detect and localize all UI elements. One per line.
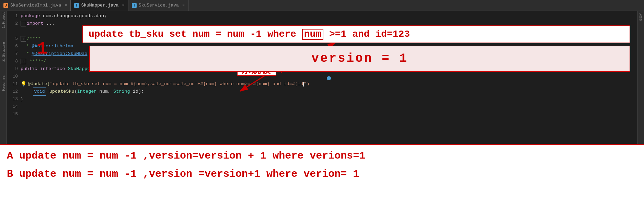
tab-label-skuservice: SkuService.java [139,3,179,8]
tab-bar: J SkuServiceImpl.java × I SkuMapper.java… [0,0,644,11]
code-line-15 [21,103,637,111]
side-label-structure: Z: Structure [1,42,5,61]
code-line-12: 💡 @Update( "update tb_sku set num = num-… [21,80,637,88]
main-area: 1: Project Z: Structure Favorites 1 2 5 … [0,11,644,144]
version-text: version = 1 [311,55,408,62]
num-box: num [302,29,323,40]
left-side-panel: 1: Project Z: Structure Favorites [0,11,7,144]
code-container: 1 2 5 6 7 8 9 10 11 12 13 14 15 package … [7,11,637,144]
bottom-line-a: A update num = num -1 ,version=version +… [7,148,637,164]
side-label-project: 1: Project [1,12,5,28]
line-numbers: 1 2 5 6 7 8 9 10 11 12 13 14 15 [7,11,21,144]
editor-area: 1 2 5 6 7 8 9 10 11 12 13 14 15 package … [7,11,637,144]
void-keyword: void [33,88,46,96]
side-label-favorites: Favorites [1,76,5,91]
tab-icon-skuservice: I [132,3,137,8]
tab-skuservice[interactable]: I SkuService.java × [128,0,188,11]
tab-close-skuserviceimpl[interactable]: × [65,3,67,8]
bottom-annotation-area: A update num = num -1 ,version=version +… [0,144,644,220]
bulb-icon: 💡 [21,80,26,88]
tab-label-skumapper: SkuMapper.java [81,3,118,8]
code-line-13: void updateSku ( Integer num, String id)… [21,88,637,95]
tab-label-skuserviceimpl: SkuServiceImpl.java [10,3,61,8]
tab-close-skuservice[interactable]: × [182,3,185,8]
right-side-panel: Sites [637,11,644,144]
tab-icon-skuserviceimpl: J [3,3,8,8]
sql-annotation-text: update tb_sku set num = num -1 where num… [89,29,410,40]
version-box: version = 1 [89,46,630,72]
bottom-line-b: B update num = num -1 ,version =version+… [7,166,637,182]
annotation-box-sql: update tb_sku set num = num -1 where num… [82,25,630,43]
code-lines: package com.changgou.goods.dao; - import… [21,11,637,144]
tab-close-skumapper[interactable]: × [122,3,125,8]
right-label: Sites [639,12,643,21]
code-line-1: package com.changgou.goods.dao; [21,12,637,20]
tab-skumapper[interactable]: I SkuMapper.java × [71,0,128,11]
scroll-indicator[interactable] [327,76,331,80]
tab-icon-skumapper: I [74,3,79,8]
annotation-number-one: 1 [37,45,48,53]
tab-skuserviceimpl[interactable]: J SkuServiceImpl.java × [0,0,71,11]
code-line-14: } [21,95,637,103]
